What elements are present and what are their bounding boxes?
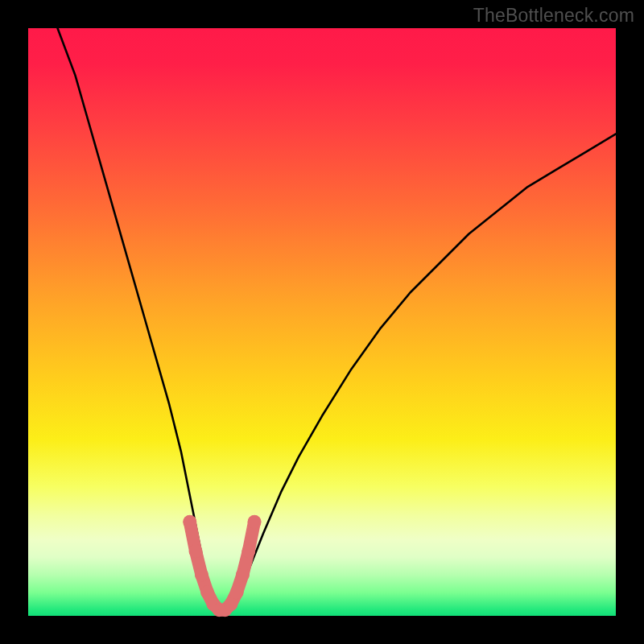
highlight-marker bbox=[200, 585, 214, 599]
watermark-text: TheBottleneck.com bbox=[473, 5, 634, 27]
curve-layer bbox=[28, 28, 616, 616]
bottleneck-curve bbox=[58, 28, 617, 610]
highlight-marker bbox=[248, 515, 262, 529]
chart-frame: TheBottleneck.com bbox=[0, 0, 644, 644]
highlight-hump bbox=[190, 522, 254, 610]
highlight-marker bbox=[236, 568, 250, 581]
highlight-marker bbox=[189, 544, 203, 558]
highlight-marker bbox=[230, 585, 244, 599]
highlight-marker bbox=[183, 515, 196, 529]
highlight-marker bbox=[242, 544, 255, 558]
highlight-marker bbox=[224, 597, 237, 611]
highlight-marker bbox=[195, 568, 208, 581]
plot-area bbox=[28, 28, 616, 616]
